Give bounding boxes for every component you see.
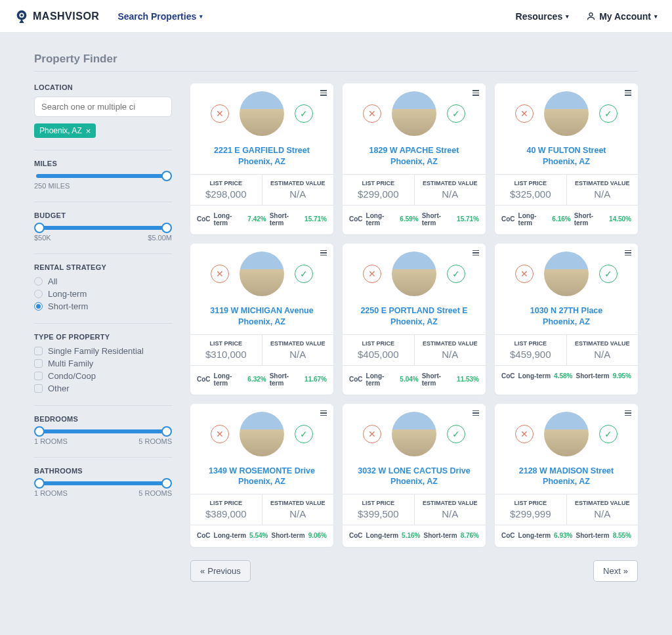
property-address[interactable]: 1829 W APACHE StreetPhoenix, AZ	[343, 140, 486, 174]
property-address[interactable]: 40 W FULTON StreetPhoenix, AZ	[495, 140, 638, 174]
property-address[interactable]: 3032 W LONE CACTUS DrivePhoenix, AZ	[343, 460, 486, 494]
slider-handle-min[interactable]	[34, 223, 45, 233]
estimated-value: N/A	[417, 188, 484, 200]
menu-icon[interactable]	[625, 89, 631, 97]
topbar: MASHVISOR Search Properties▾ Resources▾ …	[0, 0, 672, 33]
estimated-value: N/A	[570, 508, 636, 519]
slider-handle-max[interactable]	[161, 478, 172, 489]
filter-location-label: LOCATION	[34, 83, 172, 91]
menu-icon[interactable]	[625, 249, 631, 257]
nav-my-account[interactable]: My Account▾	[586, 11, 658, 22]
menu-icon[interactable]	[472, 89, 479, 97]
coc-row: CoCLong-term6.16%Short-term14.50%	[495, 206, 638, 228]
property-card: ✕✓3119 W MICHIGAN AvenuePhoenix, AZLIST …	[190, 244, 333, 395]
page-title: Property Finder	[34, 53, 638, 66]
coc-row: CoCLong-term5.04%Short-term11.53%	[343, 366, 486, 388]
accept-button[interactable]: ✓	[447, 265, 465, 283]
property-card: ✕✓1829 W APACHE StreetPhoenix, AZLIST PR…	[343, 83, 486, 234]
reject-button[interactable]: ✕	[515, 104, 534, 123]
estimated-value: N/A	[570, 349, 636, 360]
strategy-radio-long-term[interactable]: Long-term	[34, 289, 172, 299]
reject-button[interactable]: ✕	[211, 265, 229, 283]
bathrooms-slider[interactable]	[36, 481, 170, 485]
menu-icon[interactable]	[625, 409, 631, 418]
list-price: $325,000	[497, 188, 564, 200]
menu-icon[interactable]	[472, 409, 479, 418]
accept-button[interactable]: ✓	[599, 104, 618, 123]
menu-icon[interactable]	[320, 409, 327, 418]
property-thumb	[392, 91, 436, 136]
list-price: $299,000	[345, 188, 411, 200]
reject-button[interactable]: ✕	[363, 425, 381, 443]
ptype-check[interactable]: Multi Family	[34, 359, 172, 368]
chevron-right-icon: »	[623, 566, 628, 576]
slider-handle-max[interactable]	[161, 223, 172, 233]
property-thumb	[544, 412, 589, 456]
logo[interactable]: MASHVISOR	[14, 9, 99, 24]
menu-icon[interactable]	[320, 249, 327, 257]
accept-button[interactable]: ✓	[447, 104, 465, 123]
accept-button[interactable]: ✓	[295, 104, 313, 123]
property-card: ✕✓2250 E PORTLAND Street EPhoenix, AZLIS…	[343, 244, 486, 395]
property-address[interactable]: 2221 E GARFIELD StreetPhoenix, AZ	[190, 140, 333, 174]
budget-slider[interactable]	[36, 226, 170, 230]
property-card: ✕✓2221 E GARFIELD StreetPhoenix, AZLIST …	[190, 83, 333, 234]
estimated-value: N/A	[265, 349, 331, 360]
bedrooms-slider[interactable]	[36, 429, 170, 433]
ptype-check[interactable]: Other	[34, 383, 172, 393]
reject-button[interactable]: ✕	[363, 265, 381, 283]
svg-point-2	[20, 14, 23, 16]
slider-handle-min[interactable]	[34, 426, 45, 437]
ptype-check[interactable]: Condo/Coop	[34, 371, 172, 381]
property-thumb	[240, 252, 284, 296]
strategy-radio-short-term[interactable]: Short-term	[34, 301, 172, 311]
list-price: $389,000	[193, 508, 259, 519]
property-card: ✕✓40 W FULTON StreetPhoenix, AZLIST PRIC…	[495, 83, 638, 234]
property-address[interactable]: 1030 N 27TH PlacePhoenix, AZ	[495, 300, 638, 334]
property-card: ✕✓3032 W LONE CACTUS DrivePhoenix, AZLIS…	[343, 404, 486, 548]
nav-resources[interactable]: Resources▾	[516, 11, 570, 22]
slider-handle-max[interactable]	[161, 426, 172, 437]
close-icon[interactable]: ×	[86, 127, 91, 135]
accept-button[interactable]: ✓	[295, 265, 313, 283]
nav-search-properties[interactable]: Search Properties▾	[117, 11, 203, 22]
chevron-left-icon: «	[200, 566, 205, 576]
property-thumb	[544, 252, 589, 296]
strategy-radio-all[interactable]: All	[34, 276, 172, 286]
list-price: $310,000	[193, 349, 259, 360]
miles-slider[interactable]	[36, 174, 170, 178]
accept-button[interactable]: ✓	[447, 425, 465, 443]
property-thumb	[544, 91, 589, 136]
reject-button[interactable]: ✕	[211, 425, 229, 443]
accept-button[interactable]: ✓	[295, 425, 313, 443]
property-address[interactable]: 2250 E PORTLAND Street EPhoenix, AZ	[343, 300, 486, 334]
menu-icon[interactable]	[320, 89, 327, 97]
accept-button[interactable]: ✓	[599, 425, 618, 443]
next-button[interactable]: Next»	[593, 560, 638, 582]
estimated-value: N/A	[265, 508, 331, 519]
reject-button[interactable]: ✕	[515, 425, 534, 443]
property-thumb	[392, 252, 436, 296]
filter-miles-label: MILES	[34, 160, 172, 167]
filter-bedrooms-label: BEDROOMS	[34, 415, 172, 423]
filter-budget-label: BUDGET	[34, 211, 172, 219]
property-address[interactable]: 2128 W MADISON StreetPhoenix, AZ	[495, 460, 638, 494]
accept-button[interactable]: ✓	[599, 265, 618, 283]
search-input[interactable]	[34, 97, 172, 117]
menu-icon[interactable]	[472, 249, 479, 257]
reject-button[interactable]: ✕	[515, 265, 534, 283]
reject-button[interactable]: ✕	[211, 104, 229, 123]
property-address[interactable]: 3119 W MICHIGAN AvenuePhoenix, AZ	[190, 300, 333, 334]
coc-row: CoCLong-term5.54%Short-term9.06%	[190, 525, 333, 540]
location-chip[interactable]: Phoenix, AZ×	[34, 123, 96, 138]
filter-ptype-label: TYPE OF PROPERTY	[34, 333, 172, 341]
filter-strategy-label: RENTAL STRATEGY	[34, 263, 172, 271]
prev-button[interactable]: «Previous	[190, 560, 251, 582]
reject-button[interactable]: ✕	[363, 104, 381, 123]
property-card: ✕✓2128 W MADISON StreetPhoenix, AZLIST P…	[495, 404, 638, 548]
ptype-check[interactable]: Single Family Residential	[34, 346, 172, 356]
property-address[interactable]: 1349 W ROSEMONTE DrivePhoenix, AZ	[190, 460, 333, 494]
slider-handle[interactable]	[161, 171, 172, 181]
slider-handle-min[interactable]	[34, 478, 45, 489]
logo-icon	[14, 9, 29, 24]
